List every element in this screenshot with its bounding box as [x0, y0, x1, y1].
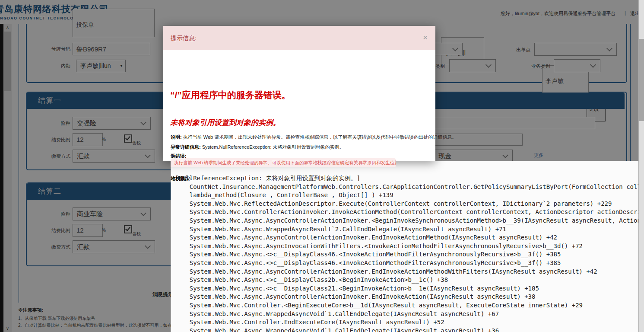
server-error-title: “/”应用程序中的服务器错误。 [170, 89, 291, 101]
right-scrollbar-thumb[interactable] [639, 39, 644, 121]
stack-trace-panel: [NullReferenceException: 未将对象引用设置到对象的实例。… [171, 161, 644, 332]
modal-header: 提示信息: × [163, 26, 435, 50]
exception-detail-line: 异常详细信息: System.NullReferenceException: 未… [171, 144, 344, 150]
stack-trace-label: 堆栈跟踪: [171, 176, 191, 182]
exception-detail-text: System.NullReferenceException: 未将对象引用设置到… [201, 144, 344, 150]
exception-subtitle: 未将对象引用设置到对象的实例。 [170, 118, 280, 128]
divider-rule [170, 110, 428, 110]
stack-trace: [NullReferenceException: 未将对象引用设置到对象的实例。… [171, 161, 644, 332]
description-text: 执行当前 Web 请求期间，出现未经处理的异常。请检查堆栈跟踪信息，以了解有关该… [182, 134, 457, 140]
source-error-box: 执行当前 Web 请求期间生成了未经处理的异常。可以使用下面的异常堆栈跟踪信息确… [171, 158, 396, 167]
app-window: 投保单 号牌号码 鲁B969R7 内勤 李卢敏|lilun ▼ 李卢敏|l 李卢… [0, 0, 644, 332]
stack-trace-label-text: 堆栈跟踪: [171, 176, 191, 181]
modal-body: “/”应用程序中的服务器错误。 未将对象引用设置到对象的实例。 说明: 执行当前… [163, 50, 435, 161]
error-modal: 提示信息: × “/”应用程序中的服务器错误。 未将对象引用设置到对象的实例。 … [163, 26, 435, 161]
exception-detail-label: 异常详细信息: [171, 144, 201, 150]
description-label: 说明: [171, 134, 182, 140]
close-icon[interactable]: × [423, 33, 428, 42]
right-scrollbar[interactable] [638, 0, 644, 332]
description-line: 说明: 执行当前 Web 请求期间，出现未经处理的异常。请检查堆栈跟踪信息，以了… [171, 134, 457, 140]
modal-title: 提示信息: [171, 26, 197, 50]
